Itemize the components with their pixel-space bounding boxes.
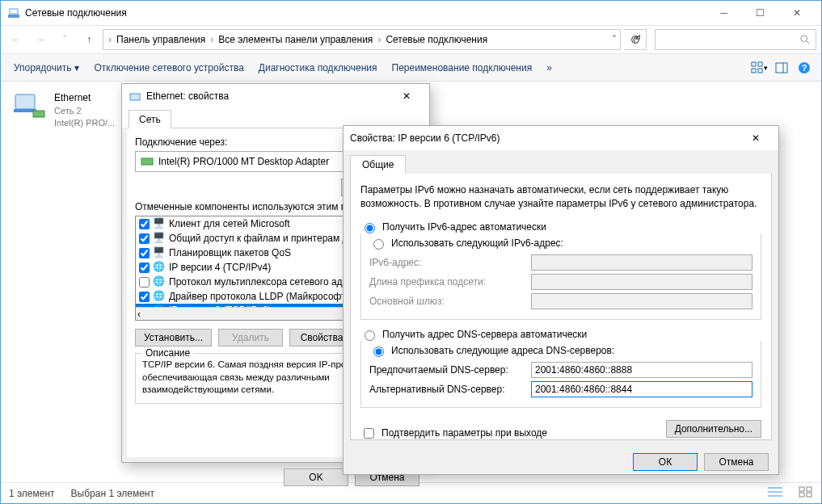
chevron-down-icon[interactable]: ˅: [612, 34, 617, 45]
ipv6-address-input: [531, 254, 752, 271]
titlebar: Сетевые подключения ─ ☐ ✕: [1, 1, 821, 25]
remove-button[interactable]: Удалить: [218, 329, 283, 346]
svg-line-5: [807, 41, 810, 44]
nic-icon: [141, 155, 154, 168]
alternate-dns-input[interactable]: [531, 381, 752, 397]
maximize-button[interactable]: ☐: [742, 2, 778, 24]
ipv6-properties-dialog: Свойства: IP версии 6 (TCP/IPv6) ✕ Общие…: [343, 125, 779, 475]
protocol-icon: 🌐: [153, 261, 166, 274]
ethernet-icon: [129, 90, 141, 103]
svg-rect-22: [799, 493, 804, 497]
ok-button[interactable]: OK: [284, 468, 348, 486]
icons-view-icon[interactable]: [799, 486, 813, 500]
connection-adapter: Intel(R) PRO/...: [54, 117, 115, 129]
ok-button[interactable]: ОК: [633, 453, 698, 471]
item-checkbox[interactable]: [139, 262, 150, 273]
radio-manual-ip[interactable]: Использовать следующий IPv6-адрес:: [369, 235, 752, 251]
component-icon: 🖥️: [153, 217, 166, 230]
prefix-length-input: [531, 274, 752, 290]
svg-rect-21: [807, 487, 811, 491]
svg-point-4: [801, 36, 807, 42]
dialog-title: Ethernet: свойства: [141, 90, 390, 102]
item-checkbox[interactable]: [139, 292, 150, 302]
dialog-titlebar: Ethernet: свойства ✕: [122, 84, 429, 108]
preview-pane-button[interactable]: [773, 59, 790, 77]
refresh-button[interactable]: [624, 29, 647, 50]
ipv6-address-label: IPv6-адрес:: [369, 257, 531, 268]
dialog-title: Свойства: IP версии 6 (TCP/IPv6): [350, 132, 740, 144]
chevron-right-icon[interactable]: ›: [107, 34, 113, 45]
svg-rect-1: [10, 9, 18, 14]
item-checkbox[interactable]: [139, 233, 150, 244]
tab-general[interactable]: Общие: [350, 155, 406, 174]
item-checkbox[interactable]: [139, 277, 150, 288]
svg-rect-9: [758, 69, 762, 73]
install-button[interactable]: Установить...: [135, 329, 212, 346]
help-button[interactable]: ?: [795, 59, 813, 77]
description-label: Описание: [142, 347, 193, 359]
svg-rect-25: [141, 158, 153, 165]
minimize-button[interactable]: ─: [706, 2, 742, 24]
preferred-dns-input[interactable]: [531, 362, 752, 378]
svg-rect-8: [752, 69, 756, 73]
network-connections-icon: [7, 6, 20, 19]
gateway-input: [531, 293, 752, 309]
component-icon: 🖥️: [153, 246, 166, 259]
connection-name: Ethernet: [54, 91, 115, 105]
cancel-button[interactable]: Отмена: [704, 453, 769, 471]
svg-rect-16: [33, 111, 44, 117]
chevron-right-icon[interactable]: ›: [376, 34, 382, 45]
close-button[interactable]: ✕: [740, 128, 772, 149]
back-button[interactable]: ←: [6, 29, 27, 50]
info-text: Параметры IPv6 можно назначать автоматич…: [360, 183, 761, 211]
organize-menu[interactable]: Упорядочить ▾: [9, 59, 84, 77]
gateway-label: Основной шлюз:: [369, 296, 531, 307]
navbar: ← → ˅ ↑ › Панель управления › Все элемен…: [1, 25, 821, 54]
svg-rect-23: [807, 493, 811, 497]
details-view-icon[interactable]: [768, 486, 782, 500]
chevron-down-icon: ▾: [74, 62, 79, 74]
address-bar[interactable]: › Панель управления › Все элементы панел…: [103, 29, 621, 50]
close-button[interactable]: ✕: [390, 86, 423, 107]
more-button[interactable]: »: [542, 59, 557, 77]
component-icon: 🖥️: [153, 232, 166, 245]
breadcrumb[interactable]: Сетевые подключения: [382, 34, 491, 45]
svg-rect-7: [758, 62, 762, 66]
preferred-dns-label: Предпочитаемый DNS-сервер:: [369, 364, 531, 376]
tab-network[interactable]: Сеть: [129, 110, 171, 128]
up-button[interactable]: ↑: [78, 29, 99, 50]
disable-device-button[interactable]: Отключение сетевого устройства: [89, 59, 248, 77]
radio-auto-dns[interactable]: Получить адрес DNS-сервера автоматически: [360, 326, 761, 342]
adapter-name: Intel(R) PRO/1000 MT Desktop Adapter: [158, 156, 329, 167]
view-icons-button[interactable]: ▾: [750, 59, 768, 77]
validate-checkbox[interactable]: [364, 428, 374, 439]
close-button[interactable]: ✕: [778, 2, 815, 24]
dialog-titlebar: Свойства: IP версии 6 (TCP/IPv6) ✕: [344, 126, 778, 150]
diagnose-button[interactable]: Диагностика подключения: [254, 59, 382, 77]
radio-manual-dns[interactable]: Использовать следующие адреса DNS-сервер…: [369, 342, 752, 359]
breadcrumb[interactable]: Все элементы панели управления: [215, 34, 376, 45]
search-icon: [799, 34, 811, 45]
connection-network: Сеть 2: [54, 105, 115, 117]
ethernet-adapter-icon: [12, 91, 46, 120]
search-input[interactable]: [655, 29, 816, 50]
alternate-dns-label: Альтернативный DNS-сервер:: [369, 384, 531, 395]
chevron-right-icon[interactable]: ›: [209, 34, 215, 45]
rename-button[interactable]: Переименование подключения: [387, 59, 537, 77]
protocol-icon: 🌐: [153, 290, 166, 303]
radio-auto-ip[interactable]: Получить IPv6-адрес автоматически: [360, 219, 761, 235]
svg-rect-6: [752, 62, 756, 66]
breadcrumb[interactable]: Панель управления: [113, 34, 209, 45]
validate-checkbox-row[interactable]: Подтвердить параметры при выходе: [360, 426, 547, 441]
recent-dropdown-icon[interactable]: ˅: [54, 29, 75, 50]
svg-rect-10: [776, 63, 787, 73]
svg-rect-24: [130, 94, 140, 100]
prefix-length-label: Длина префикса подсети:: [369, 276, 531, 288]
item-checkbox[interactable]: [139, 248, 150, 258]
advanced-button[interactable]: Дополнительно...: [666, 420, 761, 438]
svg-text:?: ?: [802, 63, 807, 73]
item-checkbox[interactable]: [139, 219, 150, 229]
forward-button[interactable]: →: [30, 29, 51, 50]
window-title: Сетевые подключения: [25, 7, 706, 19]
protocol-icon: 🌐: [153, 275, 166, 288]
